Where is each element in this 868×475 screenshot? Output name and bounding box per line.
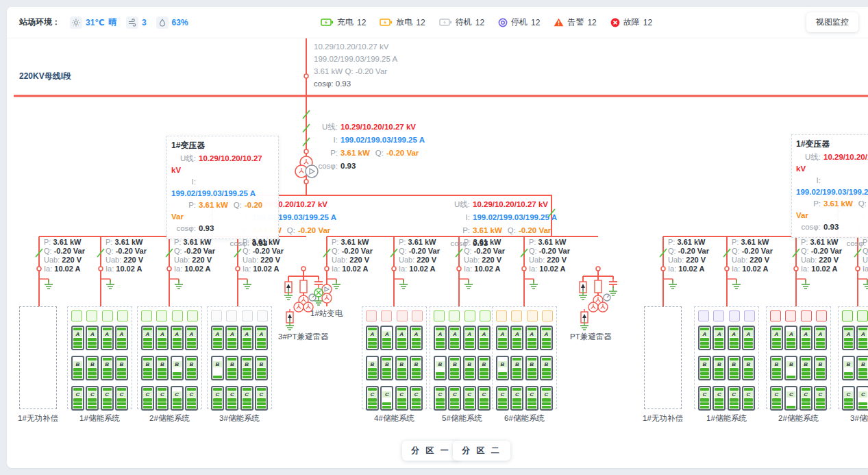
battery-cell: C [463,386,476,411]
status-badge-fault[interactable]: 故障12 [610,16,652,28]
cell-letter: C [73,391,82,398]
stopped-icon [498,18,508,27]
branch-measurement-3: P: 3.61 kWQ: -0.20 VarUab: 220 VIa: 10.0… [174,238,215,273]
cell-letter: A [844,331,853,337]
cell-letter: B [498,361,507,367]
battery-cell: C [799,386,813,411]
storage-system-box[interactable]: AAAABBBBCCCC [362,306,427,409]
cell-letter: B [368,361,377,367]
battery-cell: B [856,356,868,380]
station-environment: 站场环境： 31℃ 晴 3 [19,7,188,38]
battery-cell: B [728,356,741,380]
measure-value: 10.29/10.20/10.27 kV [473,200,548,208]
cell-letter: B [436,361,445,367]
storage-system-box[interactable]: AAAABBBBCCCC [838,306,868,409]
measure-row: Ia: 10.02 A [668,265,709,273]
measure-row: Q: -0.20 Var [332,247,373,256]
badge-count: 12 [531,18,540,27]
measure-key: I: [445,211,470,224]
measure-row: P:3.61 kWQ:-0.20 Var [313,147,425,160]
pcs-status-rect [698,310,709,321]
measure-row: Q: -0.20 Var [464,247,505,256]
measure-row: Ia: 10.02 A [399,265,440,273]
battery-cell: B [71,356,84,380]
battery-cell: B [496,356,509,380]
pcs-status-rect [226,310,237,321]
pcs-status-rect [434,310,445,321]
pcs-status-rect [172,310,183,321]
measure-row: Q: -0.20 Var [106,247,147,256]
battery-cell: A [185,326,198,350]
incoming-measurement: 10.29/10.20/10.27 kV199.02/199.03/199.25… [314,40,397,90]
badge-count: 12 [416,18,425,27]
cell-row: CCCC [434,386,491,411]
cell-letter: B [143,361,152,367]
measure-row: Ia: 10.02 A [529,265,570,273]
battery-cell: C [86,386,99,411]
cell-letter: B [802,361,810,367]
battery-cell: A [525,326,538,350]
reactive-compensation-box[interactable] [644,306,682,409]
measure-key: Q: [287,226,295,234]
storage-system-box[interactable]: AAAABBBBCCCC [207,306,272,409]
status-badges: 充电12放电12待机12停机12告警12故障12 [321,7,652,38]
cell-letter: C [786,391,795,398]
badge-label: 充电 [337,16,354,28]
storage-system-box[interactable]: AAAABBBBCCCC [137,306,202,409]
measure-value: 0.93 [340,162,356,170]
status-badge-stopped[interactable]: 停机12 [498,16,540,28]
cell-letter: A [257,331,266,337]
storage-system-box[interactable]: AAAABBBBCCCC [492,306,557,409]
storage-system-box[interactable]: AAAABBBBCCCC [766,306,831,409]
battery-cell: B [86,356,99,380]
cell-letter: C [480,391,488,398]
humidity-item: 63% [156,16,188,29]
status-badge-alarm[interactable]: 告警12 [554,16,596,28]
cell-letter: A [173,331,182,337]
measure-value: -0.20 Var [519,226,551,234]
cell-row: BBBB [434,356,491,380]
storage-system-label: 1#无功补偿 [637,413,689,424]
status-badge-standby[interactable]: 待机12 [439,16,484,28]
cell-letter: C [816,391,825,398]
cell-letter: B [528,361,536,367]
measure-row: P:3.61 kWQ:-0.20 Var [796,198,868,221]
measure-row: P: 3.61 kW [44,238,85,247]
cell-letter: C [243,391,251,398]
view-monitor-button[interactable]: 视图监控 [806,12,858,32]
pcs-status-rect [71,310,82,321]
measure-row: Q: -0.20 Var [863,247,868,256]
cell-row: AAAA [770,326,827,350]
measure-row: Q: -0.20 Var [801,247,842,256]
storage-system-box[interactable]: AAAABBBBCCCC [430,306,495,409]
battery-cell: A [712,326,726,350]
partition-one-button[interactable]: 分 区 一 [402,441,460,461]
measure-value: 3.61 kW [199,201,228,209]
reactive-compensation-box[interactable] [19,306,57,409]
measure-key: Q: [234,201,242,209]
measure-key: P: [445,224,470,237]
cell-letter: A [858,331,867,337]
measure-key: Q: [858,199,867,208]
measure-row: Q: -0.20 Var [529,247,570,256]
battery-cell: C [728,386,741,411]
storage-system-box[interactable]: AAAABBBBCCCC [694,306,759,409]
branch-measurement-11: P: 3.61 kWQ: -0.20 VarUab: 220 VIa: 10.0… [801,238,842,273]
measure-row: Ia: 10.02 A [44,265,85,273]
measure-row: cosφ:0.93 [171,223,271,234]
measure-key: I: [171,176,196,188]
measure-value: 199.02/199.03/199.25 A [796,188,868,196]
cell-letter: C [213,391,222,398]
measure-row: Uab: 220 V [668,256,709,265]
measure-value: 3.61 kW [823,199,853,208]
battery-cell: A [799,326,813,350]
battery-cell-grid: AAAABBBBCCCC [68,321,132,411]
status-badge-charge[interactable]: 充电12 [321,16,366,28]
battery-cell: A [171,326,184,350]
measure-row: Ia: 10.02 A [174,265,215,273]
battery-cell: A [101,326,114,350]
partition-two-button[interactable]: 分 区 二 [453,441,510,461]
status-badge-discharge[interactable]: 放电12 [380,16,425,28]
storage-system-box[interactable]: AAAABBBBCCCC [67,306,132,409]
cell-row: BBBB [211,356,268,380]
